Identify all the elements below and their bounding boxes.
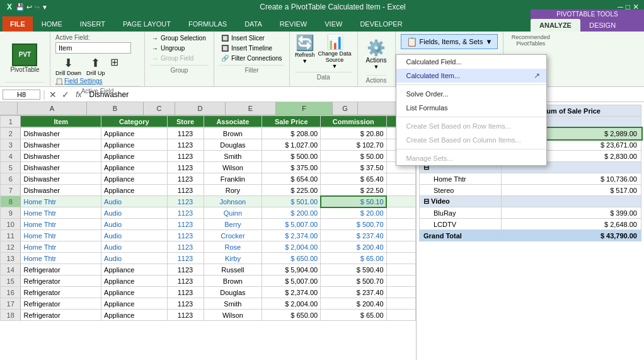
cell-commission-5[interactable]: $ 37.50 [321,162,386,173]
actions-btn[interactable]: ⚙️ Actions ▼ [366,39,387,70]
save-btn[interactable]: 💾 [16,3,25,11]
drill-down-btn[interactable]: ⬇ Drill Down [55,56,81,76]
group-field-btn[interactable]: →Group Field [150,54,209,62]
cell-item-6[interactable]: Dishwasher [21,173,101,185]
cell-store-14[interactable]: 1123 [167,264,204,276]
cell-associate-10[interactable]: Berry [204,219,262,230]
pivot-label-5[interactable]: Home Thtr [420,173,502,185]
cell-item-18[interactable]: Refrigerator [21,310,101,321]
cell-category-2[interactable]: Appliance [101,128,167,139]
tab-review[interactable]: REVIEW [271,16,316,32]
cell-associate-15[interactable]: Brown [204,276,262,287]
cell-item-2[interactable]: Dishwasher [21,128,101,139]
cell-category-4[interactable]: Appliance [101,151,167,162]
tab-design[interactable]: DESIGN [580,19,624,32]
cell-store-11[interactable]: 1123 [167,230,204,241]
cell-associate-6[interactable]: Franklin [204,173,262,185]
cell-category-15[interactable]: Appliance [101,276,167,287]
cell-item-9[interactable]: Home Thtr [21,207,101,219]
cell-category-11[interactable]: Audio [101,230,167,241]
cell-associate-18[interactable]: Wilson [204,310,262,321]
cell-sale-price-12[interactable]: $ 2,004.00 [262,241,321,253]
cell-category-16[interactable]: Appliance [101,287,167,298]
cell-store-6[interactable]: 1123 [167,173,204,185]
cell-sale-price-11[interactable]: $ 2,374.00 [262,230,321,241]
cell-store-8[interactable]: 1123 [167,196,204,207]
cell-category-3[interactable]: Appliance [101,139,167,151]
cell-item-10[interactable]: Home Thtr [21,219,101,230]
cell-item-4[interactable]: Dishwasher [21,151,101,162]
cell-sale-price-8[interactable]: $ 501.00 [262,196,321,207]
cell-sale-price-4[interactable]: $ 500.00 [262,151,321,162]
cell-associate-16[interactable]: Douglas [204,287,262,298]
redo-btn[interactable]: ↪ [34,3,40,11]
cell-category-5[interactable]: Appliance [101,162,167,173]
tab-data[interactable]: DATA [236,16,271,32]
cell-item-8[interactable]: Home Thtr [21,196,101,207]
cell-associate-13[interactable]: Kirby [204,253,262,264]
dropdown-item-list-formulas[interactable]: List Formulas [396,101,546,115]
cell-sale-price-3[interactable]: $ 1,027.00 [262,139,321,151]
cell-associate-3[interactable]: Douglas [204,139,262,151]
cell-store-10[interactable]: 1123 [167,219,204,230]
insert-timeline-btn[interactable]: 🔲Insert Timeline [219,44,284,52]
cell-associate-9[interactable]: Quinn [204,207,262,219]
cell-category-10[interactable]: Audio [101,219,167,230]
tab-developer[interactable]: DEVELOPER [351,16,411,32]
ungroup-btn[interactable]: →Ungroup [150,44,209,52]
tab-formulas[interactable]: FORMULAS [180,16,236,32]
cell-item-12[interactable]: Home Thtr [21,241,101,253]
pivottable-btn[interactable]: PVT PivotTable [9,42,40,74]
cell-commission-2[interactable]: $ 20.80 [321,128,386,139]
cell-commission-17[interactable]: $ 200.40 [321,298,386,310]
drill-up-btn[interactable]: ⬆ Drill Up [86,56,105,76]
field-settings-btn[interactable]: 📋Field Settings [55,78,139,84]
cell-sale-price-2[interactable]: $ 208.00 [262,128,321,139]
tab-page-layout[interactable]: PAGE LAYOUT [114,16,180,32]
cell-category-13[interactable]: Audio [101,253,167,264]
pivot-label-10[interactable]: Grand Total [420,230,502,241]
group-selection-btn[interactable]: →Group Selection [150,34,209,42]
dropdown-item-solve-order[interactable]: Solve Order... [396,87,546,101]
cell-sale-price-9[interactable]: $ 200.00 [262,207,321,219]
cell-sale-price-16[interactable]: $ 2,374.00 [262,287,321,298]
cell-item-16[interactable]: Refrigerator [21,287,101,298]
cell-commission-4[interactable]: $ 50.00 [321,151,386,162]
cell-category-8[interactable]: Audio [101,196,167,207]
cell-category-18[interactable]: Appliance [101,310,167,321]
cell-associate-4[interactable]: Smith [204,151,262,162]
pivot-label-8[interactable]: BluRay [420,207,502,219]
cell-commission-3[interactable]: $ 102.70 [321,139,386,151]
cell-category-14[interactable]: Appliance [101,264,167,276]
cell-store-9[interactable]: 1123 [167,207,204,219]
cell-item-3[interactable]: Dishwasher [21,139,101,151]
undo-btn[interactable]: ↩ [26,3,32,11]
cell-category-6[interactable]: Appliance [101,173,167,185]
dropdown-item-calculated-item[interactable]: Calculated Item... ↗ [396,69,546,83]
cell-store-17[interactable]: 1123 [167,298,204,310]
name-box[interactable]: H8 [3,90,40,100]
cell-store-2[interactable]: 1123 [167,128,204,139]
cell-store-12[interactable]: 1123 [167,241,204,253]
cell-commission-10[interactable]: $ 500.70 [321,219,386,230]
tab-view[interactable]: VIEW [316,16,351,32]
cell-item-7[interactable]: Dishwasher [21,185,101,196]
cell-sale-price-18[interactable]: $ 650.00 [262,310,321,321]
cell-store-5[interactable]: 1123 [167,162,204,173]
pivot-label-6[interactable]: Stereo [420,185,502,196]
cell-store-4[interactable]: 1123 [167,151,204,162]
expand-collapse-btn[interactable]: ⊞ [110,56,118,76]
cell-sale-price-10[interactable]: $ 5,007.00 [262,219,321,230]
cell-commission-12[interactable]: $ 200.40 [321,241,386,253]
formula-input[interactable] [87,90,642,99]
cell-commission-6[interactable]: $ 65.40 [321,173,386,185]
cell-commission-14[interactable]: $ 590.40 [321,264,386,276]
file-tab[interactable]: FILE [3,16,33,32]
cell-store-13[interactable]: 1123 [167,253,204,264]
cell-sale-price-15[interactable]: $ 5,007.00 [262,276,321,287]
cell-item-11[interactable]: Home Thtr [21,230,101,241]
pivot-label-7[interactable]: ⊟ Video [420,196,502,207]
cell-sale-price-13[interactable]: $ 650.00 [262,253,321,264]
cell-item-5[interactable]: Dishwasher [21,162,101,173]
change-data-source-btn[interactable]: 📊 Change Data Source ▼ [318,34,352,69]
